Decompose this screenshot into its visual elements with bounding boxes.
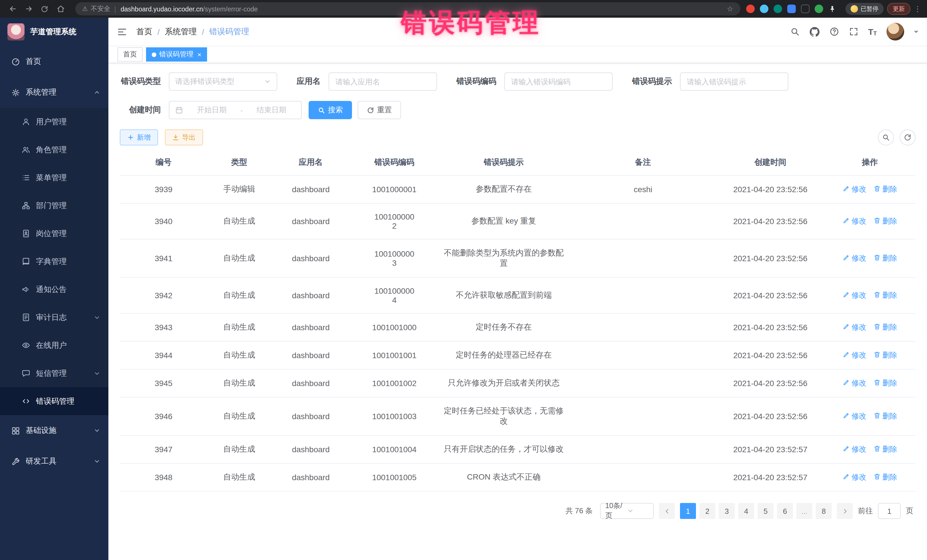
breadcrumb-item-1[interactable]: 系统管理 — [165, 27, 197, 37]
delete-link[interactable]: 删除 — [873, 444, 897, 454]
error-type-select[interactable]: 请选择错误码类型 — [169, 73, 277, 91]
sidebar-item-1[interactable]: 系统管理 — [0, 77, 108, 108]
sidebar-item-14[interactable]: 研发工具 — [0, 446, 108, 477]
chevron-down-icon — [627, 508, 649, 514]
delete-link[interactable]: 删除 — [873, 290, 897, 300]
sidebar-item-label: 短信管理 — [36, 368, 67, 378]
create-time-range-picker[interactable]: 开始日期 - 结束日期 — [169, 101, 302, 119]
sidebar-item-3[interactable]: 角色管理 — [0, 136, 108, 164]
column-header-2: 应用名 — [271, 150, 351, 175]
reset-button[interactable]: 重置 — [358, 101, 401, 119]
edit-icon — [843, 379, 850, 388]
extension-icon-6[interactable] — [815, 5, 823, 13]
search-icon[interactable] — [790, 27, 799, 36]
add-button[interactable]: 新增 — [120, 129, 158, 146]
edit-link[interactable]: 修改 — [843, 184, 866, 194]
github-icon[interactable] — [809, 27, 819, 37]
extension-icon-3[interactable] — [773, 5, 782, 13]
edit-link[interactable]: 修改 — [843, 290, 866, 300]
browser-update-button[interactable]: 更新 — [887, 3, 910, 15]
close-icon[interactable]: × — [198, 51, 201, 58]
pagination-next-button[interactable] — [837, 503, 853, 519]
cell-app: dashboard — [271, 203, 351, 239]
toggle-search-icon[interactable] — [878, 129, 894, 146]
view-tab-1[interactable]: 错误码管理× — [146, 47, 207, 62]
sidebar-item-12[interactable]: 错误码管理 — [0, 387, 108, 415]
edit-link[interactable]: 修改 — [843, 444, 866, 454]
delete-link[interactable]: 删除 — [873, 378, 897, 389]
edit-link[interactable]: 修改 — [843, 253, 866, 264]
sidebar-item-0[interactable]: 首页 — [0, 46, 108, 77]
pagination-prev-button[interactable] — [659, 503, 675, 519]
user-avatar[interactable] — [886, 23, 904, 41]
breadcrumb-separator: / — [202, 27, 204, 36]
export-button[interactable]: 导出 — [165, 129, 203, 146]
error-code-input[interactable] — [504, 73, 613, 91]
page-button-4[interactable]: 4 — [738, 503, 754, 519]
browser-reload-icon[interactable] — [38, 2, 51, 16]
sidebar-item-13[interactable]: 基础设施 — [0, 415, 108, 446]
edit-link[interactable]: 修改 — [843, 322, 866, 332]
extension-icon-1[interactable] — [746, 5, 754, 13]
cell-id: 3941 — [120, 239, 207, 278]
sidebar-item-4[interactable]: 菜单管理 — [0, 164, 108, 191]
delete-link[interactable]: 删除 — [873, 350, 897, 360]
sidebar-item-9[interactable]: 审计日志 — [0, 304, 108, 331]
sidebar-item-5[interactable]: 部门管理 — [0, 191, 108, 220]
sidebar-item-7[interactable]: 字典管理 — [0, 247, 108, 275]
browser-menu-icon[interactable]: ⋮ — [914, 5, 921, 13]
help-icon[interactable] — [829, 27, 839, 36]
delete-link[interactable]: 删除 — [873, 411, 897, 422]
delete-link[interactable]: 删除 — [873, 322, 897, 332]
breadcrumb-separator: / — [158, 27, 160, 36]
delete-link[interactable]: 删除 — [873, 253, 897, 264]
delete-link[interactable]: 删除 — [873, 216, 897, 226]
page-button-2[interactable]: 2 — [699, 503, 715, 519]
tags-view: 首页错误码管理× — [108, 46, 927, 63]
page-more-button[interactable]: ... — [796, 503, 812, 519]
font-size-icon[interactable]: TT — [868, 27, 877, 36]
chevron-down-icon — [94, 370, 100, 377]
sidebar-item-11[interactable]: 短信管理 — [0, 359, 108, 387]
extension-icon-4[interactable] — [787, 5, 795, 13]
browser-back-icon[interactable] — [6, 2, 20, 16]
view-tab-0[interactable]: 首页 — [117, 47, 143, 62]
delete-link[interactable]: 删除 — [873, 184, 897, 194]
sidebar-collapse-icon[interactable] — [117, 27, 127, 37]
cell-id: 3942 — [120, 278, 207, 313]
app-logo[interactable]: 芋道管理系统 — [0, 18, 108, 46]
app-name-input[interactable] — [328, 73, 437, 91]
cell-code: 100100000 2 — [351, 203, 438, 239]
bookmark-star-icon[interactable]: ☆ — [727, 5, 733, 13]
delete-link[interactable]: 删除 — [873, 472, 897, 483]
page-size-select[interactable]: 10条/页 — [600, 503, 654, 519]
page-button-1[interactable]: 1 — [680, 503, 696, 519]
address-bar[interactable]: ⚠ 不安全 | dashboard.yudao.iocoder.cn/syste… — [75, 2, 740, 15]
sidebar-item-6[interactable]: 岗位管理 — [0, 220, 108, 247]
paused-badge[interactable]: 已暂停 — [845, 3, 884, 15]
sidebar-item-2[interactable]: 用户管理 — [0, 108, 108, 136]
sidebar-item-8[interactable]: 通知公告 — [0, 275, 108, 304]
page-button-8[interactable]: 8 — [816, 503, 832, 519]
extension-icon-2[interactable] — [760, 5, 768, 13]
page-button-3[interactable]: 3 — [719, 503, 735, 519]
browser-home-icon[interactable] — [54, 2, 67, 16]
edit-link[interactable]: 修改 — [843, 350, 866, 360]
error-hint-input[interactable] — [680, 73, 789, 91]
breadcrumb-item-0[interactable]: 首页 — [136, 27, 152, 37]
edit-link[interactable]: 修改 — [843, 378, 866, 389]
edit-link[interactable]: 修改 — [843, 216, 866, 226]
fullscreen-icon[interactable] — [849, 27, 858, 36]
sidebar-item-10[interactable]: 在线用户 — [0, 331, 108, 359]
extension-icon-5[interactable] — [801, 5, 809, 13]
chevron-down-icon[interactable] — [914, 30, 918, 35]
search-button[interactable]: 搜索 — [308, 101, 352, 119]
browser-forward-icon[interactable] — [22, 2, 35, 16]
page-button-5[interactable]: 5 — [758, 503, 774, 519]
pin-icon[interactable] — [828, 5, 836, 13]
edit-link[interactable]: 修改 — [843, 411, 866, 422]
page-goto-input[interactable] — [878, 503, 901, 519]
refresh-icon[interactable] — [900, 129, 916, 146]
page-button-6[interactable]: 6 — [777, 503, 793, 519]
edit-link[interactable]: 修改 — [843, 472, 866, 483]
